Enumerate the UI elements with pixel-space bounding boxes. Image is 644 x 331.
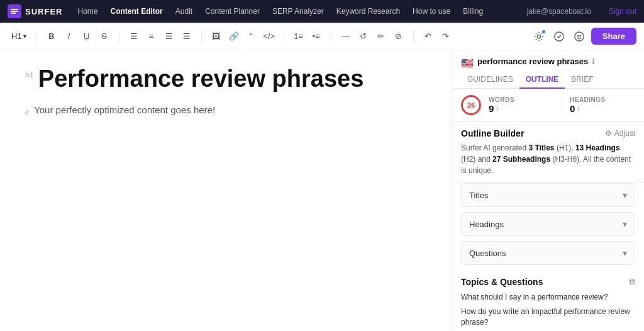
accordion-header-headings[interactable]: Headings ▾ bbox=[462, 213, 635, 235]
outline-description: Surfer AI generated 3 Titles (H1), 13 He… bbox=[461, 142, 635, 176]
svg-point-6 bbox=[577, 35, 578, 36]
quote-button[interactable]: " bbox=[243, 28, 260, 45]
accordion-section: Titles ▾ Headings ▾ Questions ▾ bbox=[452, 183, 644, 270]
signout-link[interactable]: Sign out bbox=[609, 7, 636, 16]
toolbar: H1 ▾ B I U S ☰ ≡ ☰ ☰ 🖼 🔗 " </> 1≡ •≡ — ↺… bbox=[0, 23, 644, 50]
logo[interactable]: SURFER bbox=[8, 4, 62, 18]
align-center-button[interactable]: ≡ bbox=[143, 28, 160, 45]
underline-button[interactable]: U bbox=[79, 28, 95, 45]
content-score: 26 bbox=[461, 95, 481, 115]
align-left-button[interactable]: ☰ bbox=[126, 28, 142, 45]
accordion-label-headings: Headings bbox=[469, 220, 504, 229]
nav-billing[interactable]: Billing bbox=[463, 6, 483, 17]
accordion-label-titles: Titles bbox=[469, 191, 489, 200]
bold-button[interactable]: B bbox=[43, 28, 60, 45]
code-button[interactable]: </> bbox=[261, 28, 277, 45]
share-button[interactable]: Share bbox=[591, 28, 636, 45]
nav-keyword-research[interactable]: Keyword Research bbox=[336, 6, 400, 17]
topic-item-1: What should I say in a performance revie… bbox=[461, 292, 635, 303]
panel-tabs: GUIDELINES OUTLINE BRIEF bbox=[461, 71, 635, 88]
separator-1 bbox=[36, 30, 37, 43]
logo-text: SURFER bbox=[25, 7, 62, 16]
panel-keyword: performance review phrases bbox=[477, 57, 588, 66]
align-right-button[interactable]: ☰ bbox=[161, 28, 177, 45]
outline-title: Outline Builder bbox=[461, 128, 524, 138]
accordion-header-questions[interactable]: Questions ▾ bbox=[462, 242, 635, 264]
svg-rect-0 bbox=[11, 9, 18, 10]
outline-builder-section: Outline Builder ⚙ Adjust Surfer AI gener… bbox=[452, 122, 644, 183]
words-arrow: ↑ bbox=[496, 105, 499, 113]
strikethrough-button[interactable]: S bbox=[96, 28, 113, 45]
headings-arrow: ↑ bbox=[577, 105, 580, 113]
text-format-group: B I U S bbox=[43, 28, 113, 45]
nav-serp-analyzer[interactable]: SERP Analyzer bbox=[272, 6, 324, 17]
image-button[interactable]: 🖼 bbox=[208, 28, 225, 45]
outline-header: Outline Builder ⚙ Adjust bbox=[461, 128, 635, 138]
h1-label: h1 bbox=[25, 65, 33, 85]
heading-selector[interactable]: H1 ▾ bbox=[8, 30, 30, 42]
tab-guidelines[interactable]: GUIDELINES bbox=[461, 71, 519, 89]
copy-icon[interactable]: ⧉ bbox=[629, 276, 635, 287]
adjust-button[interactable]: ⚙ Adjust bbox=[605, 129, 635, 138]
info-icon[interactable]: ℹ bbox=[592, 57, 595, 66]
emoji-icon[interactable] bbox=[571, 28, 587, 45]
accordion-label-questions: Questions bbox=[469, 249, 506, 258]
adjust-label: Adjust bbox=[614, 129, 635, 138]
undo-history-button[interactable]: ↶ bbox=[420, 28, 436, 45]
user-email: jake@spaceboat.io bbox=[527, 7, 591, 16]
tab-outline[interactable]: OUTLINE bbox=[519, 71, 565, 89]
svg-rect-2 bbox=[11, 13, 16, 14]
nav-audit[interactable]: Audit bbox=[175, 6, 192, 17]
document-subtitle[interactable]: p Your perfectly optimized content goes … bbox=[25, 104, 426, 118]
heading-label: H1 bbox=[11, 31, 22, 41]
svg-point-7 bbox=[580, 35, 580, 36]
separator-6 bbox=[413, 30, 414, 43]
separator-3 bbox=[201, 30, 202, 43]
insert-group: 🖼 🔗 " </> bbox=[208, 28, 277, 45]
score-row: 26 WORDS 9 ↑ HEADINGS 0 ↑ bbox=[452, 89, 644, 122]
panel-header: 🇺🇸 performance review phrases ℹ GUIDELIN… bbox=[452, 50, 644, 89]
history-group: ↶ ↷ bbox=[420, 28, 454, 45]
accordion-item-headings: Headings ▾ bbox=[461, 212, 635, 236]
editor-area[interactable]: h1 Performance review phrases p Your per… bbox=[0, 50, 452, 331]
nav-content-editor[interactable]: Content Editor bbox=[110, 6, 162, 17]
list-group: 1≡ •≡ bbox=[291, 28, 325, 45]
topic-item-2: How do you write an impactful performanc… bbox=[461, 306, 635, 328]
ordered-list-button[interactable]: 1≡ bbox=[291, 28, 307, 45]
clear-format-button[interactable]: ⊘ bbox=[391, 28, 407, 45]
chevron-titles: ▾ bbox=[623, 190, 627, 200]
heading-selector-group: H1 ▾ bbox=[8, 30, 30, 42]
settings-icon[interactable] bbox=[531, 28, 547, 45]
topics-title: Topics & Questions bbox=[461, 277, 543, 287]
link-button[interactable]: 🔗 bbox=[226, 28, 242, 45]
subtitle-text: Your perfectly optimized content goes he… bbox=[34, 104, 215, 115]
nav-how-to-use[interactable]: How to use bbox=[413, 6, 450, 17]
main-layout: h1 Performance review phrases p Your per… bbox=[0, 50, 644, 331]
top-nav: SURFER Home Content Editor Audit Content… bbox=[0, 0, 644, 23]
redo-history-button[interactable]: ↷ bbox=[438, 28, 454, 45]
title-text[interactable]: Performance review phrases bbox=[38, 65, 364, 93]
unordered-list-button[interactable]: •≡ bbox=[308, 28, 325, 45]
chevron-down-icon: ▾ bbox=[23, 33, 26, 40]
highlight-button[interactable]: ✏ bbox=[373, 28, 389, 45]
flag-icon: 🇺🇸 bbox=[461, 57, 474, 66]
svg-rect-1 bbox=[11, 11, 18, 12]
words-label: WORDS bbox=[489, 96, 554, 103]
nav-home[interactable]: Home bbox=[77, 6, 97, 17]
metric-divider bbox=[562, 96, 562, 115]
nav-content-planner[interactable]: Content Planner bbox=[205, 6, 260, 17]
topics-section: Topics & Questions ⧉ What should I say i… bbox=[452, 270, 644, 331]
justify-button[interactable]: ☰ bbox=[179, 28, 195, 45]
svg-point-3 bbox=[537, 35, 540, 38]
check-icon[interactable] bbox=[551, 28, 567, 45]
divider-button[interactable]: — bbox=[338, 28, 354, 45]
headings-label: HEADINGS bbox=[570, 96, 635, 103]
headings-value: 0 ↑ bbox=[570, 103, 635, 114]
words-value: 9 ↑ bbox=[489, 103, 554, 114]
undo-button[interactable]: ↺ bbox=[355, 28, 372, 45]
logo-icon bbox=[8, 4, 21, 18]
right-panel: 🇺🇸 performance review phrases ℹ GUIDELIN… bbox=[452, 50, 644, 331]
italic-button[interactable]: I bbox=[61, 28, 77, 45]
accordion-header-titles[interactable]: Titles ▾ bbox=[462, 184, 635, 206]
tab-brief[interactable]: BRIEF bbox=[565, 71, 599, 89]
